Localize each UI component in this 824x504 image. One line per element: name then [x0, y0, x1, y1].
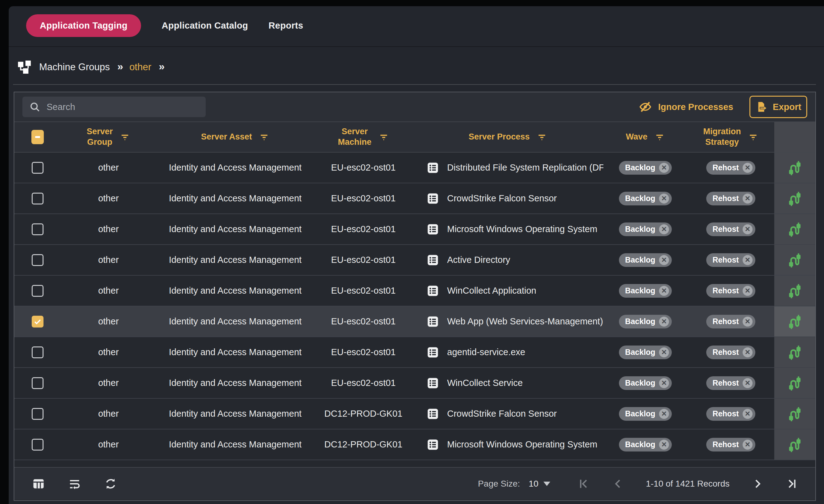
connections-button[interactable] — [787, 313, 803, 330]
remove-tag-icon[interactable]: ✕ — [743, 286, 752, 296]
remove-tag-icon[interactable]: ✕ — [743, 409, 752, 419]
remove-tag-icon[interactable]: ✕ — [743, 194, 752, 204]
row-checkbox[interactable] — [32, 285, 43, 297]
wave-chip[interactable]: Backlog ✕ — [619, 345, 672, 359]
server-machine-cell: EU-esc02-ost01 — [314, 214, 412, 244]
connections-button[interactable] — [787, 252, 803, 268]
migration-strategy-cell: Rehost ✕ — [687, 276, 774, 306]
filter-icon[interactable] — [379, 132, 389, 142]
connections-button[interactable] — [787, 406, 803, 422]
strategy-chip[interactable]: Rehost ✕ — [706, 376, 755, 390]
strategy-chip[interactable]: Rehost ✕ — [706, 407, 755, 421]
row-checkbox[interactable] — [32, 162, 43, 174]
row-checkbox[interactable] — [32, 408, 43, 420]
wave-chip[interactable]: Backlog ✕ — [619, 222, 672, 236]
export-button[interactable]: Export — [749, 96, 807, 118]
connections-button[interactable] — [787, 221, 803, 237]
remove-tag-icon[interactable]: ✕ — [743, 255, 752, 265]
header-actions-cell — [774, 122, 815, 152]
remove-tag-icon[interactable]: ✕ — [659, 224, 669, 234]
connections-button[interactable] — [787, 160, 803, 176]
strategy-chip[interactable]: Rehost ✕ — [706, 222, 755, 236]
strategy-chip[interactable]: Rehost ✕ — [706, 345, 755, 359]
connections-button[interactable] — [787, 283, 803, 299]
filter-icon[interactable] — [537, 132, 547, 142]
remove-tag-icon[interactable]: ✕ — [659, 255, 669, 265]
connections-button[interactable] — [787, 436, 803, 453]
migration-strategy-cell: Rehost ✕ — [687, 245, 774, 275]
remove-tag-icon[interactable]: ✕ — [659, 347, 669, 357]
wave-chip[interactable]: Backlog ✕ — [619, 253, 672, 267]
remove-tag-icon[interactable]: ✕ — [743, 163, 752, 173]
filter-icon[interactable] — [259, 132, 270, 142]
connections-button[interactable] — [787, 344, 803, 361]
connections-button[interactable] — [787, 191, 803, 207]
remove-tag-icon[interactable]: ✕ — [743, 378, 752, 388]
strategy-chip[interactable]: Rehost ✕ — [706, 192, 755, 205]
breadcrumb-machine-groups[interactable]: Machine Groups — [39, 62, 110, 73]
first-page-button[interactable] — [578, 478, 590, 490]
strategy-chip[interactable]: Rehost ✕ — [706, 284, 755, 298]
remove-tag-icon[interactable]: ✕ — [659, 286, 669, 296]
wave-chip[interactable]: Backlog ✕ — [619, 407, 672, 421]
process-list-icon — [426, 192, 440, 205]
remove-tag-icon[interactable]: ✕ — [659, 317, 669, 326]
remove-tag-icon[interactable]: ✕ — [743, 440, 752, 449]
row-checkbox[interactable] — [32, 254, 43, 266]
strategy-chip[interactable]: Rehost ✕ — [706, 253, 755, 267]
page-size-select[interactable]: 10 — [529, 479, 550, 489]
connections-button[interactable] — [787, 375, 803, 391]
tab-application-tagging[interactable]: Application Tagging — [26, 14, 141, 37]
refresh-button[interactable] — [104, 477, 117, 491]
remove-tag-icon[interactable]: ✕ — [743, 224, 752, 234]
text-wrap-button[interactable] — [68, 477, 81, 491]
remove-tag-icon[interactable]: ✕ — [659, 163, 669, 173]
filter-icon[interactable] — [748, 132, 758, 142]
select-all-checkbox[interactable] — [31, 130, 44, 144]
strategy-chip[interactable]: Rehost ✕ — [706, 161, 755, 175]
next-page-button[interactable] — [751, 478, 764, 490]
last-page-button[interactable] — [786, 478, 798, 490]
row-checkbox[interactable] — [32, 377, 43, 389]
row-checkbox[interactable] — [32, 439, 43, 450]
remove-tag-icon[interactable]: ✕ — [659, 194, 669, 204]
server-machine-cell: EU-esc02-ost01 — [314, 306, 412, 336]
chevron-double-icon: » — [159, 60, 164, 74]
server-process-cell: Web App (Web Services-Management) — [412, 306, 603, 336]
file-export-icon — [755, 101, 767, 113]
remove-tag-icon[interactable]: ✕ — [743, 317, 752, 326]
filter-icon[interactable] — [120, 132, 130, 142]
filter-icon[interactable] — [654, 132, 665, 142]
tab-application-catalog[interactable]: Application Catalog — [162, 20, 248, 31]
wave-cell: Backlog ✕ — [603, 276, 687, 306]
wave-chip[interactable]: Backlog ✕ — [619, 192, 672, 205]
ignore-processes-button[interactable]: Ignore Processes — [639, 100, 733, 113]
route-cable-icon — [787, 191, 803, 207]
page-size-value: 10 — [529, 479, 538, 489]
server-asset-cell: Identity and Access Management — [156, 245, 314, 275]
tab-reports[interactable]: Reports — [269, 20, 303, 31]
row-checkbox[interactable] — [32, 193, 43, 204]
columns-button[interactable] — [32, 477, 45, 491]
remove-tag-icon[interactable]: ✕ — [659, 440, 669, 449]
strategy-chip[interactable]: Rehost ✕ — [706, 315, 755, 328]
row-checkbox[interactable] — [32, 223, 43, 235]
wave-chip[interactable]: Backlog ✕ — [619, 315, 672, 328]
migration-strategy-cell: Rehost ✕ — [687, 306, 774, 336]
wave-chip[interactable]: Backlog ✕ — [619, 161, 672, 175]
server-process-cell: Microsoft Windows Operating System — [412, 214, 603, 244]
remove-tag-icon[interactable]: ✕ — [659, 409, 669, 419]
previous-page-button[interactable] — [612, 478, 624, 490]
wave-chip[interactable]: Backlog ✕ — [619, 438, 672, 451]
wave-chip[interactable]: Backlog ✕ — [619, 284, 672, 298]
remove-tag-icon[interactable]: ✕ — [659, 378, 669, 388]
search-input[interactable] — [46, 102, 199, 112]
strategy-chip[interactable]: Rehost ✕ — [706, 438, 755, 451]
remove-tag-icon[interactable]: ✕ — [743, 347, 752, 357]
row-checkbox[interactable] — [32, 316, 43, 327]
column-label: Server Group — [87, 126, 113, 147]
wave-chip[interactable]: Backlog ✕ — [619, 376, 672, 390]
server-process-cell: CrowdStrike Falcon Sensor — [412, 399, 603, 429]
row-checkbox[interactable] — [32, 346, 43, 358]
breadcrumb-current-other[interactable]: other — [129, 62, 151, 73]
